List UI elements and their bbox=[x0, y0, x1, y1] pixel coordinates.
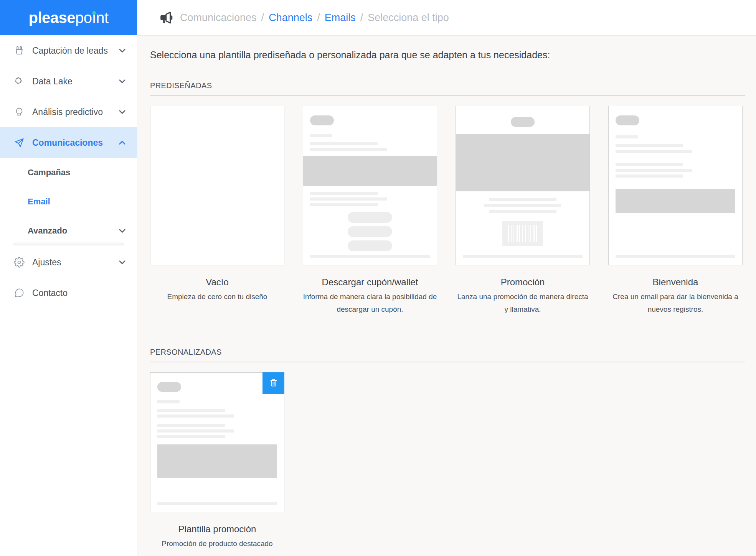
chevron-down-icon bbox=[119, 49, 125, 53]
skeleton-bar bbox=[489, 198, 556, 201]
skeleton-button bbox=[348, 212, 392, 223]
breadcrumb-comunicaciones: Comunicaciones bbox=[180, 12, 257, 24]
gear-icon bbox=[14, 257, 25, 268]
skeleton-bar bbox=[310, 142, 378, 145]
content: Selecciona una plantilla prediseñada o p… bbox=[137, 36, 756, 556]
template-card-plantilla-promocion[interactable] bbox=[150, 372, 284, 512]
logo[interactable]: pleasepoınt bbox=[0, 0, 137, 35]
skeleton-bar bbox=[489, 210, 556, 213]
chevron-down-icon bbox=[119, 229, 125, 233]
sidebar-item-captacion-de-leads[interactable]: Captación de leads bbox=[0, 35, 137, 66]
chevron-down-icon bbox=[119, 79, 125, 84]
chat-bubble-icon bbox=[14, 288, 25, 298]
comunicaciones-submenu: Campañas Email Avanzado bbox=[0, 158, 137, 245]
custom-section: PERSONALIZADAS bbox=[150, 348, 745, 550]
skeleton-bar bbox=[616, 163, 683, 166]
template-caption: Promoción Lanza una promoción de manera … bbox=[456, 277, 590, 316]
crystal-ball-icon bbox=[14, 107, 25, 117]
logo-bold: please bbox=[28, 9, 75, 26]
trash-icon bbox=[269, 377, 279, 389]
template-card-promocion[interactable] bbox=[456, 106, 590, 265]
template-title: Descargar cupón/wallet bbox=[303, 277, 437, 288]
logo-text: pleasepoınt bbox=[28, 10, 108, 25]
sidebar-item-label: Ajustes bbox=[32, 257, 61, 268]
template-caption: Bienvenida Crea un email para dar la bie… bbox=[608, 277, 743, 316]
sidebar-lower: Ajustes Contacto bbox=[0, 245, 137, 308]
skeleton-bar bbox=[484, 204, 561, 207]
template-bienvenida: Bienvenida Crea un email para dar la bie… bbox=[608, 106, 743, 316]
sidebar-nav: Captación de leads Data Lake bbox=[0, 35, 137, 308]
puzzle-icon bbox=[14, 76, 25, 87]
template-cupon: Descargar cupón/wallet Informa de manera… bbox=[303, 106, 437, 316]
skeleton-button bbox=[348, 240, 392, 251]
skeleton-bar bbox=[157, 435, 225, 438]
sidebar-item-analisis-predictivo[interactable]: Análisis predictivo bbox=[0, 97, 137, 127]
template-description: Lanza una promoción de manera directa y … bbox=[456, 291, 590, 316]
template-description: Informa de manera clara la posibilidad d… bbox=[303, 291, 437, 316]
skeleton-footer-bar bbox=[157, 502, 277, 505]
skeleton-barcode bbox=[502, 221, 543, 246]
template-card-bienvenida[interactable] bbox=[608, 106, 743, 265]
template-promocion: Promoción Lanza una promoción de manera … bbox=[456, 106, 590, 316]
logo-dot-i: ı bbox=[92, 10, 96, 25]
sidebar-item-data-lake[interactable]: Data Lake bbox=[0, 66, 137, 97]
template-title: Promoción bbox=[456, 277, 590, 288]
breadcrumb: Comunicaciones / Channels / Emails / Sel… bbox=[180, 12, 449, 24]
skeleton-bar bbox=[616, 174, 683, 178]
sidebar-item-label: Captación de leads bbox=[32, 46, 108, 56]
template-plantilla-promocion: Plantilla promoción Promoción de product… bbox=[150, 372, 284, 550]
skeleton-image-band bbox=[456, 134, 589, 191]
template-caption: Vacío Empieza de cero con tu diseño bbox=[150, 277, 284, 303]
skeleton-button bbox=[348, 226, 392, 237]
predesigned-cards: Vacío Empieza de cero con tu diseño bbox=[150, 106, 745, 316]
template-description: Promoción de producto destacado bbox=[150, 538, 284, 550]
skeleton-bar bbox=[310, 148, 387, 151]
sidebar-subitem-campanas[interactable]: Campañas bbox=[0, 158, 137, 187]
main: Comunicaciones / Channels / Emails / Sel… bbox=[137, 0, 756, 556]
template-title: Bienvenida bbox=[608, 277, 743, 288]
skeleton-bar bbox=[157, 409, 225, 412]
custom-section-label: PERSONALIZADAS bbox=[150, 348, 745, 362]
skeleton-bar bbox=[616, 135, 638, 138]
skeleton-footer-bar bbox=[616, 255, 735, 258]
skeleton-logo bbox=[310, 115, 334, 125]
breadcrumb-current-page: Selecciona el tipo bbox=[368, 12, 449, 24]
header: Comunicaciones / Channels / Emails / Sel… bbox=[137, 0, 756, 36]
sidebar-subitem-avanzado[interactable]: Avanzado bbox=[0, 216, 137, 245]
template-caption: Plantilla promoción Promoción de product… bbox=[150, 524, 284, 550]
sidebar-item-contacto[interactable]: Contacto bbox=[0, 278, 137, 308]
skeleton-logo bbox=[157, 382, 181, 392]
delete-template-button[interactable] bbox=[262, 372, 284, 394]
page-intro: Selecciona una plantilla prediseñada o p… bbox=[150, 49, 745, 61]
skeleton-bar bbox=[616, 144, 683, 147]
sidebar-item-label: Data Lake bbox=[32, 76, 73, 87]
skeleton-bar bbox=[157, 400, 180, 403]
breadcrumb-separator: / bbox=[360, 12, 363, 24]
breadcrumb-channels-link[interactable]: Channels bbox=[269, 12, 312, 24]
sidebar-subitem-email[interactable]: Email bbox=[0, 187, 137, 216]
skeleton-image-band bbox=[303, 156, 437, 186]
skeleton-bar bbox=[616, 169, 692, 172]
template-title: Plantilla promoción bbox=[150, 524, 284, 535]
skeleton-image-block bbox=[157, 444, 277, 478]
template-description: Empieza de cero con tu diseño bbox=[150, 291, 284, 303]
template-card-vacio[interactable] bbox=[150, 106, 284, 265]
predesigned-section-label: PREDISEÑADAS bbox=[150, 81, 745, 96]
app: pleasepoınt Captación de leads bbox=[0, 0, 756, 556]
skeleton-bar bbox=[157, 424, 225, 427]
template-card-cupon[interactable] bbox=[303, 106, 437, 265]
template-description: Crea un email para dar la bienvenida a n… bbox=[608, 291, 743, 316]
skeleton-bar bbox=[310, 197, 387, 201]
skeleton-bar bbox=[616, 150, 692, 153]
sidebar-item-comunicaciones[interactable]: Comunicaciones bbox=[0, 127, 137, 158]
megaphone-icon bbox=[159, 10, 174, 25]
sidebar: pleasepoınt Captación de leads bbox=[0, 0, 137, 556]
custom-cards: Plantilla promoción Promoción de product… bbox=[150, 372, 745, 550]
skeleton-footer-bar bbox=[310, 255, 430, 258]
paper-plane-icon bbox=[14, 137, 25, 148]
skeleton-bar bbox=[310, 134, 332, 137]
template-title: Vacío bbox=[150, 277, 284, 288]
sidebar-item-ajustes[interactable]: Ajustes bbox=[0, 247, 137, 278]
breadcrumb-emails-link[interactable]: Emails bbox=[325, 12, 356, 24]
skeleton-logo bbox=[511, 117, 535, 127]
